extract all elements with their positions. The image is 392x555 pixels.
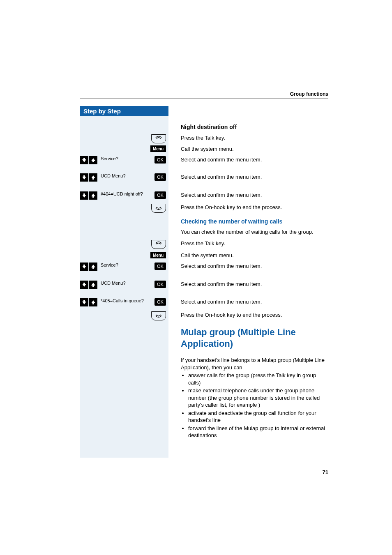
page-number: 71 (323, 469, 328, 475)
ok-button[interactable]: OK (154, 281, 166, 288)
step-description: Press the Talk key. (168, 134, 316, 142)
arrow-down-icon[interactable] (80, 173, 88, 182)
menu-item-label: UCD Menu? (99, 173, 154, 179)
menu-item-label: #404=UCD night off? (99, 191, 154, 197)
header-rule (80, 99, 328, 99)
list-item: activate and deactivate the group call f… (188, 410, 329, 424)
nav-arrows[interactable] (80, 281, 97, 289)
step-row: UCD Menu?OKSelect and confirm the menu i… (80, 173, 329, 182)
step-row: You can check the number of waiting call… (80, 228, 329, 236)
arrow-down-icon[interactable] (80, 191, 88, 200)
nav-arrows[interactable] (80, 298, 97, 306)
step-description: Press the On-hook key to end the process… (168, 204, 316, 211)
arrow-up-icon[interactable] (89, 281, 97, 289)
talk-key-icon[interactable] (151, 240, 166, 249)
ok-button[interactable]: OK (154, 173, 166, 181)
svg-point-1 (158, 317, 159, 318)
sidebar-title: Step by Step (80, 106, 168, 116)
svg-point-0 (158, 209, 159, 210)
step-row: Night destination off (80, 123, 329, 131)
arrow-down-icon[interactable] (80, 263, 88, 271)
section-title: Mulap group (Multiple Line Application) (181, 327, 329, 349)
subheading: Checking the number of waiting calls (181, 218, 282, 225)
step-row: #404=UCD night off?OKSelect and confirm … (80, 191, 329, 200)
step-row: MenuCall the system menu. (80, 252, 329, 259)
step-description: Night destination off (168, 123, 316, 131)
menu-item-label: Service? (99, 156, 154, 161)
menu-button[interactable]: Menu (150, 252, 166, 258)
ok-button[interactable]: OK (154, 156, 166, 164)
menu-item-label: *405=Calls in queue? (99, 298, 154, 304)
onhook-key-icon[interactable] (151, 204, 166, 213)
step-row: Service?OKSelect and confirm the menu it… (80, 156, 329, 164)
step-row: *405=Calls in queue?OKSelect and confirm… (80, 298, 329, 306)
subheading: Night destination off (181, 124, 237, 130)
nav-arrows[interactable] (80, 173, 97, 182)
step-row: Press the Talk key. (80, 134, 329, 143)
nav-arrows[interactable] (80, 191, 97, 200)
list-item: make external telephone calls under the … (188, 387, 329, 409)
nav-arrows[interactable] (80, 156, 97, 164)
step-row: Press the On-hook key to end the process… (80, 311, 329, 320)
menu-item-label: UCD Menu? (99, 281, 154, 286)
step-row: UCD Menu?OKSelect and confirm the menu i… (80, 281, 329, 289)
arrow-up-icon[interactable] (89, 191, 97, 200)
ok-button[interactable]: OK (154, 263, 166, 270)
arrow-up-icon[interactable] (89, 263, 97, 271)
onhook-key-icon[interactable] (151, 311, 166, 320)
nav-arrows[interactable] (80, 263, 97, 271)
list-item: answer calls for the group (press the Ta… (188, 372, 329, 386)
ok-button[interactable]: OK (154, 191, 166, 199)
step-description: Select and confirm the menu item. (168, 298, 316, 306)
header-section-label: Group functions (290, 91, 328, 97)
step-row: Checking the number of waiting calls (80, 218, 329, 226)
ok-button[interactable]: OK (154, 298, 166, 306)
step-description: Press the Talk key. (168, 240, 316, 247)
menu-button[interactable]: Menu (150, 145, 166, 152)
step-row: Press the Talk key. (80, 240, 329, 249)
step-row: Service?OKSelect and confirm the menu it… (80, 263, 329, 271)
step-description: Select and confirm the menu item. (168, 281, 316, 288)
list-item: forward the lines of the Mulap group to … (188, 425, 329, 439)
step-row: Press the On-hook key to end the process… (80, 204, 329, 213)
step-description: Call the system menu. (168, 145, 316, 153)
step-description: Press the On-hook key to end the process… (168, 311, 316, 319)
step-description: Select and confirm the menu item. (168, 191, 316, 199)
arrow-down-icon[interactable] (80, 298, 88, 306)
arrow-up-icon[interactable] (89, 156, 97, 164)
step-description: Select and confirm the menu item. (168, 173, 316, 181)
step-description: You can check the number of waiting call… (168, 228, 316, 236)
arrow-down-icon[interactable] (80, 281, 88, 289)
menu-item-label: Service? (99, 263, 154, 268)
step-description: Checking the number of waiting calls (168, 218, 316, 226)
section-intro: If your handset's line belongs to a Mula… (181, 357, 329, 371)
step-description: Select and confirm the menu item. (168, 156, 316, 164)
step-description: Select and confirm the menu item. (168, 263, 316, 270)
arrow-up-icon[interactable] (89, 173, 97, 182)
section-bullets: answer calls for the group (press the Ta… (181, 372, 329, 439)
arrow-up-icon[interactable] (89, 298, 97, 306)
talk-key-icon[interactable] (151, 134, 166, 143)
step-description: Call the system menu. (168, 252, 316, 259)
arrow-down-icon[interactable] (80, 156, 88, 164)
step-row: MenuCall the system menu. (80, 145, 329, 153)
